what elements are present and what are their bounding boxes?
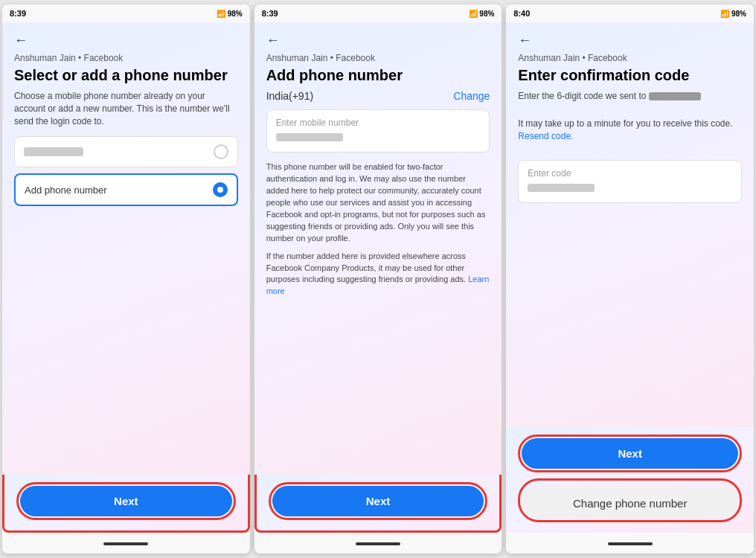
- country-label: India(+91): [266, 90, 313, 102]
- info-text-2: If the number added here is provided els…: [266, 251, 490, 298]
- status-time-1: 8:39: [10, 9, 26, 18]
- radio-add[interactable]: [213, 182, 228, 197]
- info-text-2-content: If the number added here is provided els…: [266, 251, 466, 284]
- screen3-desc2: It may take up to a minute for you to re…: [518, 118, 742, 143]
- info-text-1: This phone number will be enabled for tw…: [266, 161, 490, 245]
- existing-number-option[interactable]: [14, 136, 238, 167]
- code-input-box[interactable]: Enter code: [518, 160, 742, 203]
- status-bar-3: 8:40 📶 98%: [506, 4, 754, 22]
- screen1-title: Select or add a phone number: [14, 66, 238, 84]
- screen3-content: ← Anshuman Jain • Facebook Enter confirm…: [506, 22, 754, 427]
- change-phone-border: Change phone number: [518, 478, 742, 522]
- screen1-desc: Choose a mobile phone number already on …: [14, 90, 238, 127]
- resend-code-link[interactable]: Resend code.: [518, 131, 573, 141]
- add-phone-option[interactable]: Add phone number: [14, 173, 238, 206]
- screen2-title: Add phone number: [266, 66, 490, 84]
- status-icons-2: 📶 98%: [469, 10, 495, 18]
- home-indicator-2: [356, 542, 400, 545]
- desc2-text: It may take up to a minute for you to re…: [518, 118, 732, 129]
- phone-sent-to-blur: [649, 92, 701, 100]
- nav-bar-1: [2, 533, 250, 554]
- add-phone-label: Add phone number: [25, 185, 107, 196]
- status-bar-2: 8:39 📶 98%: [254, 4, 502, 22]
- screen2-frame: 8:39 📶 98% ← Anshuman Jain • Facebook Ad…: [254, 4, 502, 554]
- status-icons-1: 📶 98%: [217, 10, 243, 18]
- phone-input-box[interactable]: Enter mobile number: [266, 109, 490, 153]
- home-indicator-1: [103, 542, 148, 545]
- change-phone-button[interactable]: Change phone number: [522, 488, 738, 519]
- account-label-3: Anshuman Jain • Facebook: [518, 53, 742, 63]
- code-input-placeholder: Enter code: [528, 168, 732, 179]
- next-button-2[interactable]: Next: [272, 486, 484, 516]
- back-button-2[interactable]: ←: [266, 33, 490, 48]
- screen2-bottom: Next: [254, 475, 502, 533]
- next-button-3[interactable]: Next: [522, 438, 738, 469]
- account-label-1: Anshuman Jain • Facebook: [14, 53, 238, 63]
- back-button-3[interactable]: ←: [518, 33, 742, 48]
- back-button-1[interactable]: ←: [14, 33, 238, 48]
- phone-input-value-blur: [276, 133, 343, 141]
- next-button-1[interactable]: Next: [20, 486, 232, 516]
- screen3-bottom: Next Change phone number: [506, 427, 754, 533]
- screen2-content: ← Anshuman Jain • Facebook Add phone num…: [254, 22, 502, 475]
- screen1-content: ← Anshuman Jain • Facebook Select or add…: [2, 22, 250, 475]
- status-time-3: 8:40: [513, 9, 530, 18]
- account-label-2: Anshuman Jain • Facebook: [266, 53, 490, 63]
- next-border-2: Next: [269, 482, 488, 520]
- status-icons-3: 📶 98%: [720, 10, 746, 18]
- country-row: India(+91) Change: [266, 90, 490, 102]
- next-border-1: Next: [16, 482, 236, 520]
- existing-number-blur: [24, 147, 83, 156]
- screen1-frame: 8:39 📶 98% ← Anshuman Jain • Facebook Se…: [2, 4, 250, 554]
- next-border-3: Next: [518, 434, 742, 472]
- nav-bar-3: [506, 533, 754, 554]
- nav-bar-2: [254, 533, 502, 554]
- phone-input-placeholder: Enter mobile number: [276, 118, 481, 128]
- change-country-link[interactable]: Change: [453, 90, 490, 102]
- status-time-2: 8:39: [262, 9, 278, 18]
- status-bar-1: 8:39 📶 98%: [2, 4, 250, 22]
- code-input-value-blur: [528, 184, 595, 192]
- radio-existing[interactable]: [214, 144, 228, 159]
- screen3-desc: Enter the 6-digit code we sent to: [518, 90, 742, 103]
- screen3-frame: 8:40 📶 98% ← Anshuman Jain • Facebook En…: [506, 4, 754, 554]
- desc-prefix: Enter the 6-digit code we sent to: [518, 91, 646, 101]
- screen3-title: Enter confirmation code: [518, 66, 742, 84]
- home-indicator-3: [608, 542, 653, 545]
- screen1-bottom: Next: [2, 475, 250, 533]
